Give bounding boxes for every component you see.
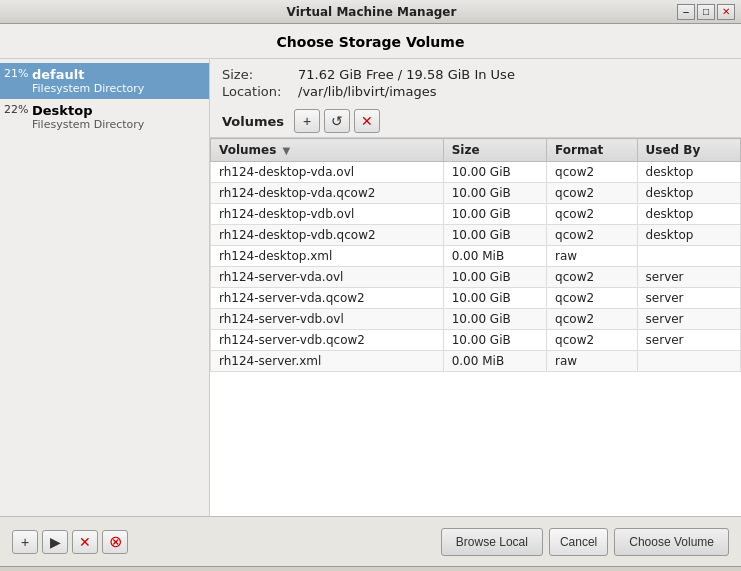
table-row[interactable]: rh124-desktop-vda.qcow2 10.00 GiB qcow2 …	[211, 183, 741, 204]
cell-size: 10.00 GiB	[443, 225, 546, 246]
volumes-label: Volumes	[222, 114, 284, 129]
col-header-format[interactable]: Format	[547, 139, 637, 162]
col-header-usedby[interactable]: Used By	[637, 139, 740, 162]
cell-name: rh124-desktop.xml	[211, 246, 444, 267]
window-controls: – □ ✕	[677, 4, 735, 20]
cell-size: 0.00 MiB	[443, 246, 546, 267]
status-bar: https://blog.redin.net/weixin_44339613..…	[0, 566, 741, 571]
table-row[interactable]: rh124-desktop.xml 0.00 MiB raw	[211, 246, 741, 267]
cell-format: qcow2	[547, 309, 637, 330]
bottom-right-controls: Browse Local Cancel Choose Volume	[441, 528, 729, 556]
volumes-toolbar: Volumes + ↺ ✕	[210, 105, 741, 138]
new-pool-button[interactable]: +	[12, 530, 38, 554]
cell-size: 10.00 GiB	[443, 162, 546, 183]
cell-name: rh124-desktop-vda.ovl	[211, 162, 444, 183]
add-volume-button[interactable]: +	[294, 109, 320, 133]
bottom-left-controls: + ▶ ✕ ⊗	[12, 530, 128, 554]
size-row: Size: 71.62 GiB Free / 19.58 GiB In Use	[222, 67, 729, 82]
volumes-table-container[interactable]: Volumes ▼ Size Format Used By rh124-desk…	[210, 138, 741, 516]
cell-usedby: desktop	[637, 225, 740, 246]
cell-usedby	[637, 351, 740, 372]
cell-format: qcow2	[547, 162, 637, 183]
sidebar-sub-desktop: Filesystem Directory	[32, 118, 144, 131]
cell-size: 0.00 MiB	[443, 351, 546, 372]
cell-size: 10.00 GiB	[443, 183, 546, 204]
cell-usedby	[637, 246, 740, 267]
maximize-button[interactable]: □	[697, 4, 715, 20]
cell-name: rh124-desktop-vdb.qcow2	[211, 225, 444, 246]
cell-name: rh124-server-vda.ovl	[211, 267, 444, 288]
cell-format: qcow2	[547, 330, 637, 351]
cell-usedby: server	[637, 330, 740, 351]
size-label: Size:	[222, 67, 292, 82]
sidebar-pct-default: 21%	[4, 67, 32, 80]
cell-size: 10.00 GiB	[443, 309, 546, 330]
cell-name: rh124-desktop-vda.qcow2	[211, 183, 444, 204]
sidebar-pct-desktop: 22%	[4, 103, 32, 116]
cell-usedby: server	[637, 267, 740, 288]
browse-local-button[interactable]: Browse Local	[441, 528, 543, 556]
main-content: 21% default Filesystem Directory 22% Des…	[0, 59, 741, 516]
volumes-table: Volumes ▼ Size Format Used By rh124-desk…	[210, 138, 741, 372]
stop-pool-button[interactable]: ✕	[72, 530, 98, 554]
table-row[interactable]: rh124-server-vda.qcow2 10.00 GiB qcow2 s…	[211, 288, 741, 309]
cell-format: qcow2	[547, 204, 637, 225]
bottom-bar: + ▶ ✕ ⊗ Browse Local Cancel Choose Volum…	[0, 516, 741, 566]
title-bar: Virtual Machine Manager – □ ✕	[0, 0, 741, 24]
table-row[interactable]: rh124-desktop-vdb.ovl 10.00 GiB qcow2 de…	[211, 204, 741, 225]
cell-usedby: desktop	[637, 183, 740, 204]
cell-format: raw	[547, 246, 637, 267]
delete-volume-button[interactable]: ✕	[354, 109, 380, 133]
window-close-button[interactable]: ✕	[717, 4, 735, 20]
cell-size: 10.00 GiB	[443, 267, 546, 288]
table-row[interactable]: rh124-server.xml 0.00 MiB raw	[211, 351, 741, 372]
location-row: Location: /var/lib/libvirt/images	[222, 84, 729, 99]
cell-name: rh124-server-vdb.qcow2	[211, 330, 444, 351]
choose-volume-button[interactable]: Choose Volume	[614, 528, 729, 556]
table-row[interactable]: rh124-server-vda.ovl 10.00 GiB qcow2 ser…	[211, 267, 741, 288]
cell-format: raw	[547, 351, 637, 372]
sort-arrow-volumes: ▼	[283, 145, 291, 156]
sidebar-item-default[interactable]: 21% default Filesystem Directory	[0, 63, 209, 99]
sidebar-sub-default: Filesystem Directory	[32, 82, 144, 95]
table-row[interactable]: rh124-server-vdb.ovl 10.00 GiB qcow2 ser…	[211, 309, 741, 330]
location-value: /var/lib/libvirt/images	[298, 84, 437, 99]
table-row[interactable]: rh124-server-vdb.qcow2 10.00 GiB qcow2 s…	[211, 330, 741, 351]
cell-name: rh124-server-vdb.ovl	[211, 309, 444, 330]
cell-usedby: server	[637, 309, 740, 330]
cancel-button[interactable]: Cancel	[549, 528, 608, 556]
size-value: 71.62 GiB Free / 19.58 GiB In Use	[298, 67, 515, 82]
col-header-volumes[interactable]: Volumes ▼	[211, 139, 444, 162]
start-pool-button[interactable]: ▶	[42, 530, 68, 554]
minimize-button[interactable]: –	[677, 4, 695, 20]
dialog-title: Choose Storage Volume	[0, 24, 741, 59]
table-row[interactable]: rh124-desktop-vdb.qcow2 10.00 GiB qcow2 …	[211, 225, 741, 246]
cell-format: qcow2	[547, 288, 637, 309]
cell-format: qcow2	[547, 183, 637, 204]
info-section: Size: 71.62 GiB Free / 19.58 GiB In Use …	[210, 59, 741, 105]
sidebar-name-default: default	[32, 67, 144, 82]
sidebar-item-desktop[interactable]: 22% Desktop Filesystem Directory	[0, 99, 209, 135]
window-title: Virtual Machine Manager	[66, 5, 677, 19]
cell-size: 10.00 GiB	[443, 204, 546, 225]
location-label: Location:	[222, 84, 292, 99]
cell-usedby: desktop	[637, 162, 740, 183]
cell-name: rh124-server.xml	[211, 351, 444, 372]
cell-usedby: server	[637, 288, 740, 309]
cell-name: rh124-desktop-vdb.ovl	[211, 204, 444, 225]
table-row[interactable]: rh124-desktop-vda.ovl 10.00 GiB qcow2 de…	[211, 162, 741, 183]
cell-format: qcow2	[547, 225, 637, 246]
col-header-size[interactable]: Size	[443, 139, 546, 162]
sidebar: 21% default Filesystem Directory 22% Des…	[0, 59, 210, 516]
right-panel: Size: 71.62 GiB Free / 19.58 GiB In Use …	[210, 59, 741, 516]
cell-usedby: desktop	[637, 204, 740, 225]
cell-size: 10.00 GiB	[443, 330, 546, 351]
sidebar-name-desktop: Desktop	[32, 103, 144, 118]
refresh-button[interactable]: ↺	[324, 109, 350, 133]
cell-name: rh124-server-vda.qcow2	[211, 288, 444, 309]
cell-format: qcow2	[547, 267, 637, 288]
cell-size: 10.00 GiB	[443, 288, 546, 309]
remove-pool-button[interactable]: ⊗	[102, 530, 128, 554]
